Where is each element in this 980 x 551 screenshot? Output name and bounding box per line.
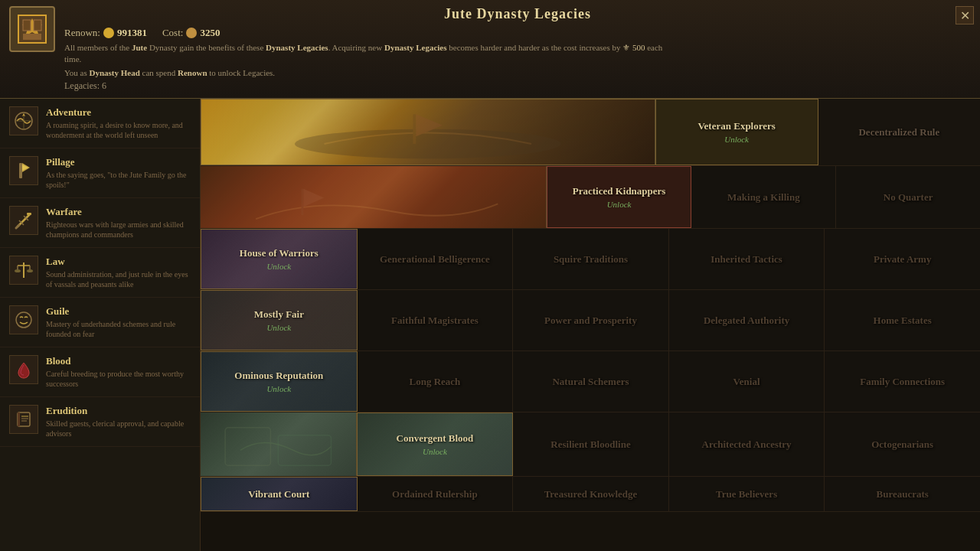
erudition-cell-vibrant[interactable]: Vibrant Court <box>201 477 358 511</box>
law-cell-faithful[interactable]: Faithful Magistrates <box>358 290 514 350</box>
sidebar-label-warfare: Warfare <box>46 206 191 218</box>
renown-icon <box>103 28 114 38</box>
main-content: Adventure A roaming spirit, a desire to … <box>0 99 980 551</box>
veteran-explorers-unlock: Unlock <box>724 135 749 144</box>
sidebar-text-law: Law Sound administration, and just rule … <box>46 256 191 289</box>
ordained-rulership-label: Ordained Rulership <box>389 488 481 500</box>
warfare-cell-private[interactable]: Private Army <box>825 229 980 289</box>
svg-rect-3 <box>23 20 31 31</box>
sidebar-item-erudition[interactable]: Erudition Skilled guests, clerical appro… <box>0 397 200 447</box>
warfare-cell-house[interactable]: House of Warriors Unlock <box>201 229 358 289</box>
blood-cell-octogenarians[interactable]: Octogenarians <box>825 412 980 476</box>
sidebar-label-erudition: Erudition <box>46 405 191 417</box>
svg-rect-4 <box>34 20 41 31</box>
erudition-cell-ordained[interactable]: Ordained Rulership <box>358 477 514 511</box>
sidebar: Adventure A roaming spirit, a desire to … <box>0 99 201 551</box>
warfare-cell-inherited[interactable]: Inherited Tactics <box>669 229 825 289</box>
svg-marker-30 <box>303 189 324 207</box>
practiced-kidnappers-unlock: Unlock <box>607 200 632 209</box>
law-cell-mostly[interactable]: Mostly Fair Unlock <box>201 290 358 350</box>
svg-rect-7 <box>19 163 22 178</box>
pillage-icon <box>9 156 38 185</box>
adventure-cell-image[interactable] <box>201 99 655 165</box>
erudition-cell-true[interactable]: True Believers <box>669 477 825 511</box>
law-icon <box>9 256 38 285</box>
sidebar-item-adventure[interactable]: Adventure A roaming spirit, a desire to … <box>0 99 200 148</box>
sidebar-desc-adventure: A roaming spirit, a desire to know more,… <box>46 120 191 140</box>
warfare-cell-generational[interactable]: Generational Belligerence <box>358 229 514 289</box>
blood-cell-image[interactable] <box>201 412 357 476</box>
sidebar-desc-pillage: As the saying goes, "to the Jute Family … <box>46 170 191 190</box>
header: Jute Dynasty Legacies Renown: 991381 Cos… <box>0 0 980 99</box>
ominous-reputation-unlock: Unlock <box>266 384 291 393</box>
pillage-row: Practiced Kidnappers Unlock Making a Kil… <box>201 166 980 229</box>
header-title: Jute Dynasty Legacies <box>64 6 971 22</box>
sidebar-text-blood: Blood Careful breeding to produce the mo… <box>46 355 191 389</box>
law-row: Mostly Fair Unlock Faithful Magistrates … <box>201 290 980 351</box>
power-prosperity-label: Power and Prosperity <box>541 315 640 327</box>
blood-cell-resilient[interactable]: Resilient Bloodline <box>513 412 669 476</box>
blood-cell-convergent[interactable]: Convergent Blood Unlock <box>357 412 514 476</box>
family-connections-label: Family Connections <box>857 376 948 388</box>
blood-cell-architected[interactable]: Architected Ancestry <box>669 412 825 476</box>
guile-cell-family[interactable]: Family Connections <box>825 351 980 412</box>
pillage-cell-noquarter[interactable]: No Quarter <box>836 166 980 228</box>
sidebar-item-warfare[interactable]: Warfare Righteous wars with large armies… <box>0 198 200 248</box>
sidebar-desc-warfare: Righteous wars with large armies and ski… <box>46 220 191 240</box>
vibrant-court-label: Vibrant Court <box>245 488 312 500</box>
pillage-cell-practiced[interactable]: Practiced Kidnappers Unlock <box>547 166 692 228</box>
guile-cell-ominous[interactable]: Ominous Reputation Unlock <box>201 351 358 412</box>
sidebar-item-law[interactable]: Law Sound administration, and just rule … <box>0 248 200 298</box>
adventure-row: Veteran Explorers Unlock Decentralized R… <box>201 99 980 166</box>
sidebar-label-adventure: Adventure <box>46 106 191 119</box>
delegated-authority-label: Delegated Authority <box>701 315 792 327</box>
sidebar-item-blood[interactable]: Blood Careful breeding to produce the mo… <box>0 347 200 397</box>
pillage-cell-making[interactable]: Making a Killing <box>691 166 836 228</box>
adventure-cell-veteran[interactable]: Veteran Explorers Unlock <box>655 99 818 165</box>
svg-rect-22 <box>18 412 20 426</box>
sidebar-item-guile[interactable]: Guile Mastery of underhanded schemes and… <box>0 298 200 347</box>
header-description: All members of the Jute Dynasty gain the… <box>64 42 677 66</box>
adventure-cell-decentralized[interactable]: Decentralized Rule <box>818 99 980 165</box>
renown-label: Renown: <box>64 27 100 39</box>
venial-label: Venial <box>730 376 763 388</box>
guile-cell-venial[interactable]: Venial <box>669 351 825 412</box>
svg-rect-2 <box>23 34 41 40</box>
renown-stat: Renown: 991381 <box>64 27 147 39</box>
sidebar-item-pillage[interactable]: Pillage As the saying goes, "to the Jute… <box>0 148 200 198</box>
cost-value: 3250 <box>200 27 220 39</box>
svg-rect-32 <box>278 435 331 466</box>
warfare-icon <box>9 206 38 235</box>
guile-row: Ominous Reputation Unlock Long Reach Nat… <box>201 351 980 412</box>
mostly-fair-label: Mostly Fair <box>251 308 307 321</box>
faithful-magistrates-label: Faithful Magistrates <box>388 315 482 327</box>
sidebar-text-guile: Guile Mastery of underhanded schemes and… <box>46 305 191 339</box>
sidebar-desc-law: Sound administration, and just rule in t… <box>46 269 191 289</box>
svg-rect-29 <box>301 189 303 216</box>
long-reach-label: Long Reach <box>406 376 463 388</box>
cost-icon <box>186 28 197 38</box>
resilient-bloodline-label: Resilient Bloodline <box>547 439 633 451</box>
law-cell-power[interactable]: Power and Prosperity <box>513 290 669 350</box>
law-cell-delegated[interactable]: Delegated Authority <box>669 290 825 350</box>
ominous-reputation-label: Ominous Reputation <box>231 370 326 382</box>
sidebar-text-erudition: Erudition Skilled guests, clerical appro… <box>46 405 191 439</box>
bureaucrats-label: Bureaucrats <box>873 488 931 500</box>
guile-cell-natural[interactable]: Natural Schemers <box>513 351 669 412</box>
erudition-cell-treasured[interactable]: Treasured Knowledge <box>513 477 669 511</box>
close-button[interactable]: ✕ <box>956 6 974 24</box>
practiced-kidnappers-label: Practiced Kidnappers <box>570 185 669 197</box>
dynasty-crest <box>9 6 55 52</box>
erudition-row: Vibrant Court Ordained Rulership Treasur… <box>201 477 980 512</box>
warfare-cell-squire[interactable]: Squire Traditions <box>513 229 669 289</box>
erudition-cell-bureaucrats[interactable]: Bureaucrats <box>825 477 980 511</box>
guile-cell-longreach[interactable]: Long Reach <box>358 351 514 412</box>
cost-label: Cost: <box>162 27 183 39</box>
sidebar-desc-guile: Mastery of underhanded schemes and rule … <box>46 319 191 339</box>
pillage-cell-image[interactable] <box>201 166 547 228</box>
decentralized-rule-label: Decentralized Rule <box>855 126 942 139</box>
sidebar-label-blood: Blood <box>46 355 191 367</box>
header-description2: You as Dynasty Head can spend Renown to … <box>64 67 677 79</box>
law-cell-home[interactable]: Home Estates <box>825 290 980 350</box>
no-quarter-label: No Quarter <box>880 191 936 204</box>
